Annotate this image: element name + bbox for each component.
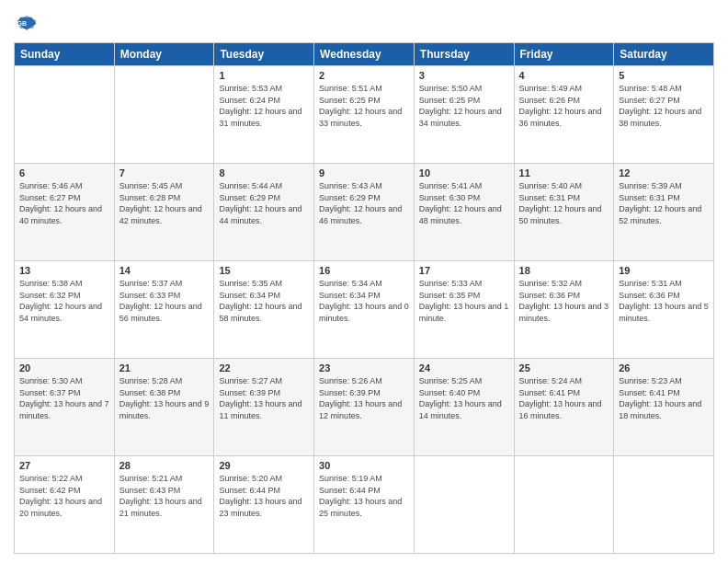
day-info: Sunrise: 5:23 AM Sunset: 6:41 PM Dayligh… xyxy=(619,375,709,421)
day-info: Sunrise: 5:49 AM Sunset: 6:26 PM Dayligh… xyxy=(519,83,609,129)
day-number: 13 xyxy=(19,265,109,276)
calendar-header-monday: Monday xyxy=(114,43,214,66)
calendar-cell: 23Sunrise: 5:26 AM Sunset: 6:39 PM Dayli… xyxy=(314,359,415,456)
day-info: Sunrise: 5:26 AM Sunset: 6:39 PM Dayligh… xyxy=(319,375,409,421)
day-number: 1 xyxy=(219,70,309,81)
day-number: 26 xyxy=(619,362,709,373)
day-number: 25 xyxy=(519,362,609,373)
calendar-header-row: SundayMondayTuesdayWednesdayThursdayFrid… xyxy=(15,43,714,66)
day-info: Sunrise: 5:48 AM Sunset: 6:27 PM Dayligh… xyxy=(619,83,709,129)
day-number: 15 xyxy=(219,265,309,276)
day-number: 2 xyxy=(319,70,409,81)
day-number: 23 xyxy=(319,362,409,373)
calendar-header-saturday: Saturday xyxy=(614,43,714,66)
day-number: 30 xyxy=(319,460,409,471)
calendar-cell: 4Sunrise: 5:49 AM Sunset: 6:26 PM Daylig… xyxy=(514,66,614,164)
day-number: 29 xyxy=(219,460,309,471)
calendar-cell: 17Sunrise: 5:33 AM Sunset: 6:35 PM Dayli… xyxy=(414,261,514,359)
calendar-cell: 14Sunrise: 5:37 AM Sunset: 6:33 PM Dayli… xyxy=(114,261,214,359)
day-number: 21 xyxy=(119,362,210,373)
day-info: Sunrise: 5:28 AM Sunset: 6:38 PM Dayligh… xyxy=(119,375,210,421)
day-number: 12 xyxy=(619,167,709,178)
calendar-cell xyxy=(614,456,714,554)
page: GB SundayMondayTuesdayWednesdayThursdayF… xyxy=(0,0,728,563)
day-number: 27 xyxy=(19,460,109,471)
day-number: 8 xyxy=(219,167,309,178)
calendar-cell: 16Sunrise: 5:34 AM Sunset: 6:34 PM Dayli… xyxy=(314,261,415,359)
day-info: Sunrise: 5:24 AM Sunset: 6:41 PM Dayligh… xyxy=(519,375,609,421)
day-info: Sunrise: 5:32 AM Sunset: 6:36 PM Dayligh… xyxy=(519,278,609,324)
day-info: Sunrise: 5:44 AM Sunset: 6:29 PM Dayligh… xyxy=(219,180,309,226)
day-number: 10 xyxy=(419,167,509,178)
day-info: Sunrise: 5:31 AM Sunset: 6:36 PM Dayligh… xyxy=(619,278,709,324)
day-number: 16 xyxy=(319,265,409,276)
calendar-cell xyxy=(15,66,115,164)
calendar-cell: 13Sunrise: 5:38 AM Sunset: 6:32 PM Dayli… xyxy=(15,261,115,359)
day-info: Sunrise: 5:51 AM Sunset: 6:25 PM Dayligh… xyxy=(319,83,409,129)
day-number: 4 xyxy=(519,70,609,81)
calendar-cell: 24Sunrise: 5:25 AM Sunset: 6:40 PM Dayli… xyxy=(414,359,514,456)
calendar-cell: 12Sunrise: 5:39 AM Sunset: 6:31 PM Dayli… xyxy=(614,164,714,261)
logo: GB xyxy=(14,9,43,35)
day-info: Sunrise: 5:37 AM Sunset: 6:33 PM Dayligh… xyxy=(119,278,210,324)
calendar-cell: 15Sunrise: 5:35 AM Sunset: 6:34 PM Dayli… xyxy=(214,261,314,359)
calendar-cell: 30Sunrise: 5:19 AM Sunset: 6:44 PM Dayli… xyxy=(314,456,415,554)
day-number: 24 xyxy=(419,362,509,373)
calendar-cell: 20Sunrise: 5:30 AM Sunset: 6:37 PM Dayli… xyxy=(15,359,115,456)
day-info: Sunrise: 5:46 AM Sunset: 6:27 PM Dayligh… xyxy=(19,180,109,226)
day-info: Sunrise: 5:35 AM Sunset: 6:34 PM Dayligh… xyxy=(219,278,309,324)
calendar-cell: 28Sunrise: 5:21 AM Sunset: 6:43 PM Dayli… xyxy=(114,456,214,554)
day-info: Sunrise: 5:53 AM Sunset: 6:24 PM Dayligh… xyxy=(219,83,309,129)
day-info: Sunrise: 5:45 AM Sunset: 6:28 PM Dayligh… xyxy=(119,180,210,226)
calendar-week-row: 1Sunrise: 5:53 AM Sunset: 6:24 PM Daylig… xyxy=(15,66,714,164)
day-number: 14 xyxy=(119,265,210,276)
day-info: Sunrise: 5:33 AM Sunset: 6:35 PM Dayligh… xyxy=(419,278,509,324)
day-info: Sunrise: 5:38 AM Sunset: 6:32 PM Dayligh… xyxy=(19,278,109,324)
calendar-table: SundayMondayTuesdayWednesdayThursdayFrid… xyxy=(14,42,714,554)
calendar-cell: 21Sunrise: 5:28 AM Sunset: 6:38 PM Dayli… xyxy=(114,359,214,456)
calendar-cell: 19Sunrise: 5:31 AM Sunset: 6:36 PM Dayli… xyxy=(614,261,714,359)
day-info: Sunrise: 5:20 AM Sunset: 6:44 PM Dayligh… xyxy=(219,473,309,519)
day-info: Sunrise: 5:22 AM Sunset: 6:42 PM Dayligh… xyxy=(19,473,109,519)
calendar-header-tuesday: Tuesday xyxy=(214,43,314,66)
day-info: Sunrise: 5:41 AM Sunset: 6:30 PM Dayligh… xyxy=(419,180,509,226)
calendar-cell: 2Sunrise: 5:51 AM Sunset: 6:25 PM Daylig… xyxy=(314,66,415,164)
day-info: Sunrise: 5:19 AM Sunset: 6:44 PM Dayligh… xyxy=(319,473,409,519)
calendar-cell: 10Sunrise: 5:41 AM Sunset: 6:30 PM Dayli… xyxy=(414,164,514,261)
day-info: Sunrise: 5:27 AM Sunset: 6:39 PM Dayligh… xyxy=(219,375,309,421)
day-info: Sunrise: 5:50 AM Sunset: 6:25 PM Dayligh… xyxy=(419,83,509,129)
calendar-cell: 22Sunrise: 5:27 AM Sunset: 6:39 PM Dayli… xyxy=(214,359,314,456)
day-info: Sunrise: 5:25 AM Sunset: 6:40 PM Dayligh… xyxy=(419,375,509,421)
day-info: Sunrise: 5:39 AM Sunset: 6:31 PM Dayligh… xyxy=(619,180,709,226)
day-number: 7 xyxy=(119,167,210,178)
day-number: 9 xyxy=(319,167,409,178)
day-number: 22 xyxy=(219,362,309,373)
day-info: Sunrise: 5:21 AM Sunset: 6:43 PM Dayligh… xyxy=(119,473,210,519)
day-number: 20 xyxy=(19,362,109,373)
calendar-cell xyxy=(114,66,214,164)
calendar-cell: 3Sunrise: 5:50 AM Sunset: 6:25 PM Daylig… xyxy=(414,66,514,164)
calendar-header-wednesday: Wednesday xyxy=(314,43,415,66)
calendar-cell: 7Sunrise: 5:45 AM Sunset: 6:28 PM Daylig… xyxy=(114,164,214,261)
day-number: 17 xyxy=(419,265,509,276)
calendar-header-sunday: Sunday xyxy=(15,43,115,66)
day-number: 28 xyxy=(119,460,210,471)
calendar-cell xyxy=(514,456,614,554)
day-info: Sunrise: 5:43 AM Sunset: 6:29 PM Dayligh… xyxy=(319,180,409,226)
day-number: 18 xyxy=(519,265,609,276)
calendar-cell: 27Sunrise: 5:22 AM Sunset: 6:42 PM Dayli… xyxy=(15,456,115,554)
header: GB xyxy=(14,9,714,35)
calendar-header-thursday: Thursday xyxy=(414,43,514,66)
calendar-cell: 5Sunrise: 5:48 AM Sunset: 6:27 PM Daylig… xyxy=(614,66,714,164)
day-info: Sunrise: 5:30 AM Sunset: 6:37 PM Dayligh… xyxy=(19,375,109,421)
calendar-cell: 1Sunrise: 5:53 AM Sunset: 6:24 PM Daylig… xyxy=(214,66,314,164)
calendar-cell: 25Sunrise: 5:24 AM Sunset: 6:41 PM Dayli… xyxy=(514,359,614,456)
calendar-cell: 26Sunrise: 5:23 AM Sunset: 6:41 PM Dayli… xyxy=(614,359,714,456)
calendar-cell xyxy=(414,456,514,554)
svg-text:GB: GB xyxy=(17,20,28,27)
calendar-week-row: 27Sunrise: 5:22 AM Sunset: 6:42 PM Dayli… xyxy=(15,456,714,554)
day-number: 5 xyxy=(619,70,709,81)
calendar-week-row: 13Sunrise: 5:38 AM Sunset: 6:32 PM Dayli… xyxy=(15,261,714,359)
calendar-cell: 29Sunrise: 5:20 AM Sunset: 6:44 PM Dayli… xyxy=(214,456,314,554)
calendar-cell: 11Sunrise: 5:40 AM Sunset: 6:31 PM Dayli… xyxy=(514,164,614,261)
